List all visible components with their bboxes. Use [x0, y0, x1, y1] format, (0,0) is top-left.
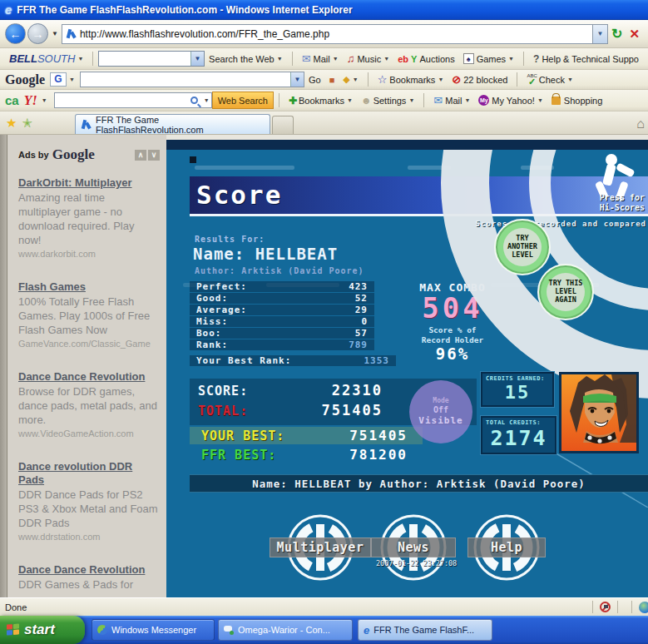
- ad-url: www.darkorbit.com: [18, 249, 160, 259]
- tab-ffr[interactable]: FFR The Game FlashFlashRevolution.com: [75, 114, 270, 134]
- ca-logo[interactable]: ca: [5, 93, 19, 107]
- stat-row-average: Average:29: [190, 305, 374, 315]
- ffr-favicon: [81, 119, 92, 130]
- yahoo-toolbar: ca Y! ▼ ▼ Web Search ✚Bookmarks▼ ☻Settin…: [0, 90, 648, 111]
- chevron-down-icon[interactable]: ▼: [42, 97, 47, 103]
- navigation-bar: ← → ▼ http://www.flashflashrevolution.co…: [0, 20, 648, 48]
- pagerank-icon[interactable]: ◆▼: [343, 74, 358, 85]
- start-button[interactable]: start: [0, 616, 85, 644]
- browser-window: e FFR The Game FlashFlashRevolution.com …: [0, 0, 648, 644]
- stat-row-perfect: Perfect:423: [190, 281, 374, 292]
- add-favorite-icon[interactable]: ✭: [22, 116, 32, 131]
- ads-sidebar: Ads by Google ∧ ∨ DarkOrbit: Multiplayer…: [0, 135, 166, 597]
- popup-blocker-button[interactable]: ⊘22 blocked: [452, 73, 507, 86]
- favorites-star-icon[interactable]: ★: [6, 116, 17, 131]
- guitar-icon: ♫: [347, 52, 355, 65]
- your-best-label: YOUR BEST:: [201, 429, 284, 443]
- games-button[interactable]: ♠Games▼: [463, 53, 514, 64]
- try-this-level-again-button[interactable]: TRY THISLEVELAGAIN: [537, 264, 594, 320]
- internet-zone-icon: [639, 602, 648, 613]
- help-support-button[interactable]: ?Help & Technical Suppo: [533, 53, 639, 65]
- bellsouth-search-input[interactable]: ▼: [98, 51, 205, 67]
- chevron-down-icon[interactable]: ▼: [190, 52, 204, 66]
- yahoo-search-input[interactable]: ▼: [54, 92, 212, 108]
- ads-scroll-up-button[interactable]: ∧: [135, 150, 146, 161]
- press-for-hiscores-label[interactable]: Press for Hi-Scores: [600, 193, 645, 213]
- google-search-input[interactable]: ▼: [80, 72, 304, 87]
- yahoo-bookmarks-button[interactable]: ✚Bookmarks▼: [289, 95, 353, 107]
- ad-title-link[interactable]: DarkOrbit: Multiplayer: [18, 176, 160, 190]
- bookmarks-label: Bookmarks: [389, 75, 435, 85]
- google-g-button[interactable]: G: [50, 72, 67, 87]
- ebay-icon-y: Y: [411, 54, 417, 64]
- yahoo-mail-button[interactable]: ✉Mail▼: [433, 94, 470, 107]
- refresh-icon[interactable]: ↻: [611, 26, 622, 42]
- stat-row-good: Good:52: [190, 293, 374, 304]
- help-button[interactable]: Help: [467, 537, 546, 557]
- music-button[interactable]: ♫Music▼: [347, 52, 389, 65]
- ffr-favicon: [66, 28, 77, 39]
- my-yahoo-label: My Yahoo!: [492, 96, 535, 106]
- shopping-label: Shopping: [564, 96, 603, 106]
- chevron-down-icon[interactable]: ▼: [69, 77, 75, 82]
- address-bar[interactable]: http://www.flashflashrevolution.com/FFR_…: [62, 24, 593, 44]
- go-button[interactable]: Go: [309, 75, 321, 85]
- auctions-button[interactable]: eb Y Auctions: [398, 54, 455, 64]
- ad-title-link[interactable]: Flash Games: [18, 280, 160, 294]
- stop-icon[interactable]: ✕: [629, 27, 640, 42]
- my-yahoo-button[interactable]: MyMy Yahoo!▼: [478, 95, 543, 106]
- history-dropdown-icon[interactable]: ▼: [52, 30, 58, 37]
- ads-by-label: Ads by: [18, 150, 49, 160]
- address-dropdown-icon[interactable]: ▼: [593, 24, 608, 44]
- taskbar-item-ffr[interactable]: e FFR The Game FlashF...: [358, 619, 492, 641]
- ad-title-link[interactable]: Dance Dance Revolution: [18, 370, 160, 384]
- title-bar: e FFR The Game FlashFlashRevolution.com …: [0, 0, 648, 20]
- total-credits-label: TOTAL CREDITS:: [486, 419, 552, 426]
- ads-scroll-down-button[interactable]: ∨: [148, 150, 160, 161]
- mail-button[interactable]: ✉Mail▼: [302, 52, 339, 65]
- decor-dash: [195, 166, 294, 170]
- chevron-down-icon[interactable]: ▼: [204, 97, 210, 103]
- yahoo-logo[interactable]: Y!: [24, 93, 37, 108]
- shopping-button[interactable]: Shopping: [552, 96, 603, 106]
- spellcheck-icon: ABC✓: [527, 74, 537, 86]
- bellsouth-bold: BELL: [9, 52, 37, 65]
- avatar-image: [561, 374, 636, 451]
- your-best-value: 751405: [308, 428, 408, 443]
- multiplayer-button[interactable]: Multiplayer: [270, 537, 371, 557]
- news-icon[interactable]: ■: [329, 75, 335, 85]
- ad-body: 100% Totally Free Flash Games. Play 1000…: [18, 295, 160, 338]
- check-label: Check: [539, 75, 565, 85]
- stat-row-boo: Boo:57: [190, 328, 374, 339]
- settings-button[interactable]: ☻Settings▼: [361, 95, 414, 107]
- ie-logo-icon: e: [5, 2, 12, 17]
- task-label: FFR The Game FlashF...: [373, 625, 474, 635]
- taskbar-item-omega-warior[interactable]: Omega-Warior - Con...: [218, 619, 353, 641]
- shopping-bag-icon: [552, 97, 561, 105]
- search-the-web-button[interactable]: Search the Web▼: [209, 54, 283, 64]
- web-search-button[interactable]: Web Search: [212, 92, 274, 109]
- ad-url: www.VideoGameAction.com: [18, 429, 160, 438]
- taskbar: start Windows Messenger Omega-Warior - C…: [0, 616, 648, 644]
- mode-bubble: Mode Off Visible: [409, 380, 472, 443]
- bookmarks-button[interactable]: ☆Bookmarks▼: [378, 73, 444, 86]
- ad-item: Dance Dance Revolution DDR Games & Pads …: [18, 563, 160, 592]
- ad-title-link[interactable]: Dance Dance Revolution: [18, 563, 160, 577]
- url-text[interactable]: http://www.flashflashrevolution.com/FFR_…: [80, 28, 589, 40]
- news-button[interactable]: News: [371, 537, 456, 557]
- home-icon[interactable]: ⌂: [636, 116, 645, 131]
- new-tab-stub[interactable]: [272, 116, 294, 134]
- taskbar-item-windows-messenger[interactable]: Windows Messenger: [92, 619, 215, 641]
- main-area: Score Press for Hi-Scores Scores are rec…: [166, 135, 648, 597]
- chevron-down-icon[interactable]: ▼: [77, 56, 83, 62]
- forward-button[interactable]: →: [27, 23, 48, 44]
- total-label: TOTAL:: [198, 404, 248, 419]
- ad-title-link[interactable]: Dance revolution DDR Pads: [18, 460, 160, 488]
- try-another-level-button[interactable]: TRYANOTHERLEVEL: [494, 219, 551, 275]
- chevron-down-icon[interactable]: ▼: [290, 72, 304, 87]
- back-button[interactable]: ←: [5, 23, 26, 44]
- spellcheck-button[interactable]: ABC✓Check▼: [527, 74, 572, 86]
- bellsouth-toolbar: BELLSOUTH ▼ ▼ Search the Web▼ ✉Mail▼ ♫Mu…: [0, 48, 648, 70]
- bellsouth-logo[interactable]: BELLSOUTH ▼: [9, 52, 83, 65]
- popup-blocked-icon[interactable]: [600, 602, 611, 612]
